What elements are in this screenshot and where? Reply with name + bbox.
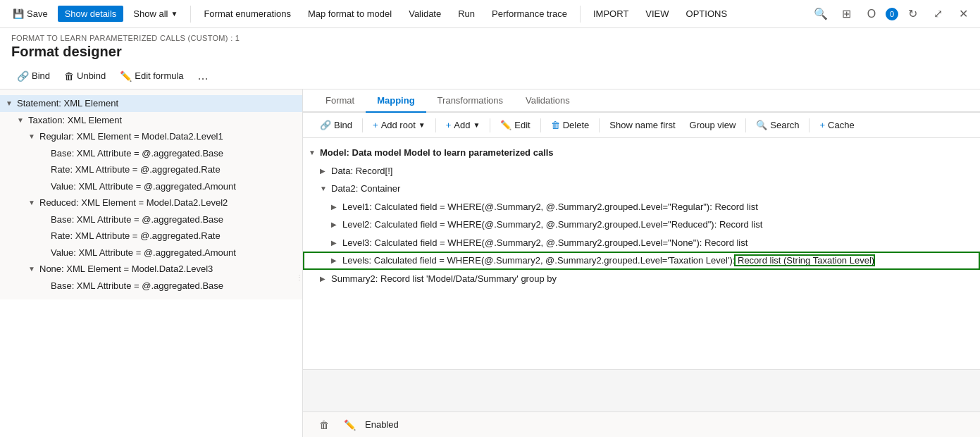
delete-button[interactable]: 🗑 Delete bbox=[545, 117, 595, 133]
status-delete-button[interactable]: 🗑 bbox=[314, 415, 334, 435]
mapping-item-7[interactable]: ▶Summary2: Record list 'Model/Data/Summa… bbox=[303, 270, 980, 288]
breadcrumb: FORMAT TO LEARN PARAMETERIZED CALLS (CUS… bbox=[11, 34, 969, 42]
edit-formula-button[interactable]: ✏️ Edit formula bbox=[114, 68, 189, 85]
mapping-arrow: ▶ bbox=[331, 237, 342, 248]
mapping-tree: ▼Model: Data model Model to learn parame… bbox=[303, 138, 980, 369]
cache-label: Cache bbox=[828, 120, 855, 130]
left-tree-item-5[interactable]: Value: XML Attribute = @.aggregated.Amou… bbox=[0, 178, 302, 195]
map-format-to-model-button[interactable]: Map format to model bbox=[301, 6, 399, 22]
bind-icon: 🔗 bbox=[17, 70, 29, 82]
group-view-button[interactable]: Group view bbox=[684, 117, 742, 133]
tree-item-text: Base: XML Attribute = @.aggregated.Base bbox=[51, 279, 297, 293]
run-button[interactable]: Run bbox=[451, 6, 482, 22]
tab-format[interactable]: Format bbox=[314, 89, 366, 113]
title-area: FORMAT TO LEARN PARAMETERIZED CALLS (CUS… bbox=[0, 28, 980, 63]
page-title: Format designer bbox=[11, 44, 969, 60]
save-button[interactable]: 💾 Save bbox=[6, 6, 55, 22]
show-name-first-button[interactable]: Show name first bbox=[604, 117, 681, 133]
show-name-first-label: Show name first bbox=[609, 120, 675, 130]
left-tree-item-9[interactable]: Value: XML Attribute = @.aggregated.Amou… bbox=[0, 244, 302, 261]
tree-item-text: Base: XML Attribute = @.aggregated.Base bbox=[51, 147, 297, 161]
mapping-arrow: ▶ bbox=[320, 273, 331, 284]
left-tree-item-1[interactable]: ▼Taxation: XML Element bbox=[0, 112, 302, 129]
mapping-arrow: ▶ bbox=[320, 166, 331, 176]
tab-transformations[interactable]: Transformations bbox=[426, 89, 514, 113]
mapping-arrow: ▶ bbox=[331, 219, 342, 230]
format-enumerations-button[interactable]: Format enumerations bbox=[197, 6, 298, 22]
tree-item-text: Value: XML Attribute = @.aggregated.Amou… bbox=[51, 180, 297, 194]
add-button[interactable]: + Add ▼ bbox=[440, 117, 486, 133]
status-text: Enabled bbox=[365, 419, 399, 430]
search-mapping-button[interactable]: 🔍 Search bbox=[750, 117, 805, 133]
mapping-bind-button[interactable]: 🔗 Bind bbox=[314, 117, 358, 133]
left-tree-item-2[interactable]: ▼Regular: XML Element = Model.Data2.Leve… bbox=[0, 128, 302, 145]
more-button[interactable]: ... bbox=[192, 66, 214, 86]
search-button[interactable]: 🔍 bbox=[810, 3, 832, 25]
unbind-icon: 🗑 bbox=[64, 70, 74, 82]
cache-button[interactable]: + Cache bbox=[814, 117, 860, 133]
mapping-item-text: Levels: Calculated field = WHERE(@.Summa… bbox=[342, 254, 974, 268]
options-label: OPTIONS bbox=[686, 8, 728, 19]
more-label: ... bbox=[198, 68, 209, 83]
show-details-button[interactable]: Show details bbox=[58, 6, 124, 22]
popout-button[interactable]: ⤢ bbox=[926, 3, 949, 25]
tab-mapping[interactable]: Mapping bbox=[366, 89, 426, 113]
tree-arrow: ▼ bbox=[28, 197, 39, 208]
left-tree-item-11[interactable]: Base: XML Attribute = @.aggregated.Base bbox=[0, 278, 302, 295]
validate-label: Validate bbox=[409, 8, 441, 19]
mapping-item-6[interactable]: ▶Levels: Calculated field = WHERE(@.Summ… bbox=[303, 252, 980, 270]
mapping-item-0[interactable]: ▼Model: Data model Model to learn parame… bbox=[303, 144, 980, 162]
add-root-icon: + bbox=[373, 120, 378, 130]
import-button[interactable]: IMPORT bbox=[586, 6, 635, 22]
status-edit-button[interactable]: ✏️ bbox=[340, 415, 359, 435]
grid-icon-button[interactable]: ⊞ bbox=[835, 3, 857, 25]
left-tree-item-8[interactable]: Rate: XML Attribute = @.aggregated.Rate bbox=[0, 228, 302, 244]
tree-arrow: ▼ bbox=[28, 264, 39, 274]
tree-item-text: None: XML Element = Model.Data2.Level3 bbox=[39, 262, 297, 276]
left-tree-item-10[interactable]: ▼None: XML Element = Model.Data2.Level3 bbox=[0, 261, 302, 278]
show-all-button[interactable]: Show all ▼ bbox=[126, 6, 185, 22]
bind-button[interactable]: 🔗 Bind bbox=[11, 68, 56, 85]
performance-trace-label: Performance trace bbox=[492, 8, 567, 19]
edit-icon: ✏️ bbox=[120, 70, 132, 82]
add-root-label: Add root bbox=[381, 120, 416, 130]
separator-2 bbox=[580, 6, 581, 23]
tree-item-text: Regular: XML Element = Model.Data2.Level… bbox=[39, 130, 297, 144]
add-root-button[interactable]: + Add root ▼ bbox=[367, 117, 431, 133]
unbind-button[interactable]: 🗑 Unbind bbox=[58, 68, 111, 85]
mapping-edit-button[interactable]: ✏️ Edit bbox=[495, 117, 535, 133]
mapping-toolbar: 🔗 Bind + Add root ▼ + Add ▼ ✏️ Edit bbox=[303, 113, 980, 138]
left-tree-item-3[interactable]: Base: XML Attribute = @.aggregated.Base bbox=[0, 145, 302, 162]
mapping-bind-label: Bind bbox=[334, 120, 352, 130]
left-tree-item-4[interactable]: Rate: XML Attribute = @.aggregated.Rate bbox=[0, 161, 302, 178]
mapping-item-1[interactable]: ▶Data: Record[!] bbox=[303, 162, 980, 180]
search-mapping-icon: 🔍 bbox=[756, 120, 767, 130]
tab-validations[interactable]: Validations bbox=[514, 89, 581, 113]
left-tree-item-7[interactable]: Base: XML Attribute = @.aggregated.Base bbox=[0, 211, 302, 228]
map-sep-1 bbox=[362, 118, 363, 132]
save-label: Save bbox=[27, 8, 48, 19]
refresh-button[interactable]: ↻ bbox=[901, 3, 924, 25]
tree-item-text: Value: XML Attribute = @.aggregated.Amou… bbox=[51, 246, 297, 260]
left-tree-item-0[interactable]: ▼Statement: XML Element bbox=[0, 95, 302, 112]
drag-handle[interactable]: ⋮ bbox=[297, 264, 302, 292]
close-button[interactable]: ✕ bbox=[952, 3, 974, 25]
office-icon-button[interactable]: O bbox=[860, 3, 883, 25]
validate-button[interactable]: Validate bbox=[402, 6, 448, 22]
mapping-edit-icon: ✏️ bbox=[500, 120, 511, 130]
format-enumerations-label: Format enumerations bbox=[204, 8, 291, 19]
mapping-item-text: Level2: Calculated field = WHERE(@.Summa… bbox=[342, 218, 974, 232]
delete-icon: 🗑 bbox=[551, 120, 560, 130]
map-sep-7 bbox=[809, 118, 810, 132]
tabs-bar: Format Mapping Transformations Validatio… bbox=[303, 89, 980, 113]
tree-item-text: Rate: XML Attribute = @.aggregated.Rate bbox=[51, 163, 297, 177]
tree-arrow: ▼ bbox=[28, 131, 39, 142]
mapping-item-2[interactable]: ▼Data2: Container bbox=[303, 180, 980, 198]
left-tree-item-6[interactable]: ▼Reduced: XML Element = Model.Data2.Leve… bbox=[0, 194, 302, 211]
mapping-item-4[interactable]: ▶Level2: Calculated field = WHERE(@.Summ… bbox=[303, 216, 980, 234]
performance-trace-button[interactable]: Performance trace bbox=[485, 6, 574, 22]
mapping-item-3[interactable]: ▶Level1: Calculated field = WHERE(@.Summ… bbox=[303, 198, 980, 216]
mapping-item-5[interactable]: ▶Level3: Calculated field = WHERE(@.Summ… bbox=[303, 234, 980, 252]
options-button[interactable]: OPTIONS bbox=[679, 6, 735, 22]
view-button[interactable]: VIEW bbox=[638, 6, 676, 22]
